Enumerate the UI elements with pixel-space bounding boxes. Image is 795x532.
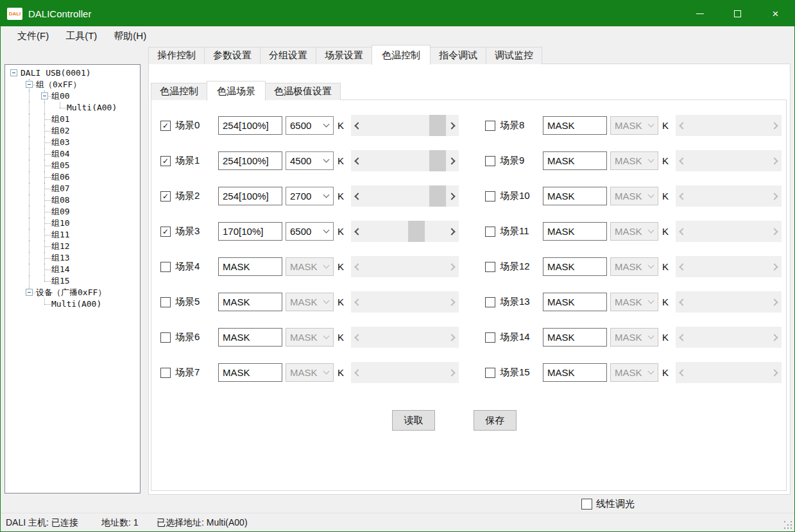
tree-item[interactable]: 组05 bbox=[5, 160, 140, 171]
chevron-left-icon[interactable] bbox=[351, 150, 364, 171]
chevron-left-icon[interactable] bbox=[351, 185, 364, 207]
scene-checkbox[interactable]: ✓ bbox=[160, 191, 171, 202]
tree-item[interactable]: DALI USB(0001) bbox=[5, 67, 140, 79]
scene-level-input[interactable] bbox=[543, 116, 607, 135]
scene-checkbox[interactable]: ✓ bbox=[160, 227, 171, 237]
tree-item[interactable]: 组01 bbox=[5, 114, 140, 125]
scene-kelvin-dropdown[interactable]: 2700 bbox=[286, 187, 334, 205]
chevron-right-icon[interactable] bbox=[446, 221, 459, 242]
menu-item[interactable]: 文件(F) bbox=[9, 28, 57, 45]
chevron-left-icon[interactable] bbox=[351, 115, 364, 136]
main-tab[interactable]: 操作控制 bbox=[148, 47, 205, 64]
scrollbar-track[interactable] bbox=[364, 115, 446, 136]
scene-kelvin-dropdown[interactable]: 6500 bbox=[286, 116, 334, 135]
menu-item[interactable]: 工具(T) bbox=[57, 28, 105, 45]
scene-level-scrollbar[interactable] bbox=[351, 150, 459, 171]
scene-level-input[interactable] bbox=[218, 293, 282, 311]
scene-checkbox[interactable] bbox=[160, 262, 171, 272]
scene-checkbox[interactable] bbox=[160, 368, 171, 378]
scene-checkbox[interactable] bbox=[485, 227, 495, 237]
scene-checkbox[interactable] bbox=[485, 297, 495, 307]
chevron-right-icon[interactable] bbox=[446, 150, 459, 171]
tree-collapse-icon[interactable] bbox=[26, 289, 33, 296]
tree-collapse-icon[interactable] bbox=[41, 92, 48, 99]
scene-kelvin-dropdown[interactable]: 4500 bbox=[286, 151, 334, 170]
tree-item[interactable]: 组11 bbox=[5, 229, 140, 241]
scene-level-input[interactable] bbox=[543, 187, 607, 205]
tree-item[interactable]: 组13 bbox=[5, 252, 140, 264]
scene-level-input[interactable] bbox=[218, 151, 282, 170]
tree-item[interactable]: Multi(A00) bbox=[5, 102, 140, 114]
scene-level-scrollbar[interactable] bbox=[351, 185, 459, 207]
scene-level-input[interactable] bbox=[218, 116, 282, 135]
main-tab[interactable]: 色温控制 bbox=[372, 45, 431, 65]
main-tab[interactable]: 指令调试 bbox=[430, 47, 486, 64]
resize-grip[interactable] bbox=[784, 521, 792, 529]
scene-checkbox[interactable] bbox=[485, 156, 495, 166]
sub-tab[interactable]: 色温极值设置 bbox=[265, 83, 341, 100]
scene-level-input[interactable] bbox=[218, 363, 282, 382]
main-tab[interactable]: 场景设置 bbox=[316, 47, 372, 64]
scene-level-input[interactable] bbox=[543, 151, 607, 170]
tree-item[interactable]: 组08 bbox=[5, 194, 140, 206]
scene-level-input[interactable] bbox=[218, 187, 282, 205]
main-tab[interactable]: 调试监控 bbox=[486, 47, 542, 64]
scene-level-scrollbar[interactable] bbox=[351, 115, 459, 136]
sub-tab[interactable]: 色温场景 bbox=[207, 81, 266, 101]
scene-level-input[interactable] bbox=[543, 293, 607, 311]
tree-collapse-icon[interactable] bbox=[26, 81, 33, 88]
tree-item[interactable]: 组15 bbox=[5, 275, 140, 287]
tree-item[interactable]: 组00 bbox=[5, 90, 140, 102]
scrollbar-thumb[interactable] bbox=[429, 115, 446, 136]
read-button[interactable]: 读取 bbox=[392, 410, 435, 431]
tree-item[interactable]: 组14 bbox=[5, 264, 140, 275]
tree-item[interactable]: Multi(A00) bbox=[5, 298, 140, 310]
scene-checkbox[interactable] bbox=[485, 191, 495, 202]
scene-checkbox[interactable] bbox=[485, 332, 495, 343]
main-tab[interactable]: 分组设置 bbox=[260, 47, 316, 64]
scene-level-input[interactable] bbox=[218, 328, 282, 347]
tree-item[interactable]: 组09 bbox=[5, 206, 140, 218]
maximize-button[interactable] bbox=[719, 1, 757, 26]
minimize-button[interactable] bbox=[681, 1, 719, 26]
scene-checkbox[interactable] bbox=[160, 297, 171, 307]
scene-level-scrollbar[interactable] bbox=[351, 221, 459, 242]
scene-checkbox[interactable]: ✓ bbox=[160, 121, 171, 131]
chevron-left-icon[interactable] bbox=[351, 221, 364, 242]
tree-item[interactable]: 组02 bbox=[5, 125, 140, 137]
chevron-right-icon[interactable] bbox=[446, 115, 459, 136]
tree-item[interactable]: 组07 bbox=[5, 183, 140, 194]
scrollbar-track[interactable] bbox=[364, 221, 446, 242]
save-button[interactable]: 保存 bbox=[474, 410, 517, 431]
scene-checkbox[interactable] bbox=[160, 332, 171, 343]
tree-item[interactable]: 组12 bbox=[5, 241, 140, 252]
linear-dimming-checkbox[interactable] bbox=[581, 499, 592, 510]
scene-level-input[interactable] bbox=[543, 328, 607, 347]
menu-item[interactable]: 帮助(H) bbox=[105, 28, 155, 45]
sub-tab[interactable]: 色温控制 bbox=[151, 83, 207, 100]
scene-level-input[interactable] bbox=[543, 257, 607, 276]
scene-kelvin-dropdown[interactable]: 6500 bbox=[286, 222, 334, 241]
scrollbar-thumb[interactable] bbox=[429, 185, 446, 207]
tree-collapse-icon[interactable] bbox=[10, 69, 17, 76]
close-button[interactable]: × bbox=[757, 1, 794, 26]
scene-checkbox[interactable] bbox=[485, 121, 495, 131]
tree-item[interactable]: 组10 bbox=[5, 218, 140, 229]
scene-level-input[interactable] bbox=[543, 363, 607, 382]
scene-checkbox[interactable]: ✓ bbox=[160, 156, 171, 166]
tree-item[interactable]: 组04 bbox=[5, 148, 140, 160]
chevron-right-icon[interactable] bbox=[446, 185, 459, 207]
scrollbar-track[interactable] bbox=[364, 150, 446, 171]
tree-item[interactable]: 设备（广播0xFF） bbox=[5, 287, 140, 298]
scene-checkbox[interactable] bbox=[485, 368, 495, 378]
scrollbar-track[interactable] bbox=[364, 185, 446, 207]
scene-level-input[interactable] bbox=[218, 222, 282, 241]
tree-item[interactable]: 组03 bbox=[5, 137, 140, 148]
scene-level-input[interactable] bbox=[543, 222, 607, 241]
scene-level-input[interactable] bbox=[218, 257, 282, 276]
scrollbar-thumb[interactable] bbox=[429, 150, 446, 171]
tree-item[interactable]: 组（0xFF） bbox=[5, 79, 140, 90]
main-tab[interactable]: 参数设置 bbox=[204, 47, 261, 64]
scrollbar-thumb[interactable] bbox=[408, 221, 425, 242]
scene-checkbox[interactable] bbox=[485, 262, 495, 272]
